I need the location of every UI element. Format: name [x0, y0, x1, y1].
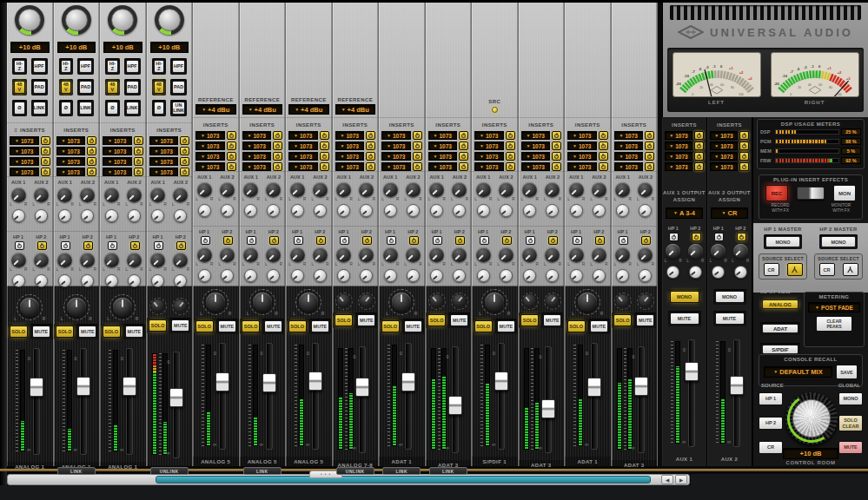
reference-select[interactable]: ▼+4 dBu: [242, 104, 283, 115]
insert-select[interactable]: ▼1073: [195, 141, 225, 150]
aux-send-knob[interactable]: [290, 182, 305, 197]
insert-power-button[interactable]: [134, 168, 143, 176]
hp-pan-knob[interactable]: [58, 274, 71, 287]
aux-send-knob[interactable]: [383, 182, 398, 197]
gain-knob[interactable]: [62, 5, 91, 35]
hp-pan-knob[interactable]: [337, 269, 350, 282]
fader-handle[interactable]: [685, 362, 699, 381]
hp2-power-button[interactable]: [595, 236, 605, 245]
aux-send-knob[interactable]: [406, 182, 421, 197]
insert-power-button[interactable]: [41, 168, 50, 176]
insert-select[interactable]: ▼1073: [103, 147, 132, 155]
hp1-power-button[interactable]: [294, 236, 303, 245]
insert-select[interactable]: ▼1073: [428, 131, 458, 140]
hp2-power-button[interactable]: [176, 241, 186, 250]
hp-pan-knob[interactable]: [35, 274, 48, 287]
hp2-power-button[interactable]: [548, 236, 558, 245]
insert-select[interactable]: ▼1073: [10, 136, 39, 145]
aux-send-knob[interactable]: [545, 182, 560, 197]
hp-send-knob[interactable]: [11, 253, 26, 267]
aux-mute-button[interactable]: MUTE: [670, 312, 699, 325]
fader-track[interactable]: [359, 346, 366, 453]
monitor-hp1-button[interactable]: HP 1: [759, 392, 783, 405]
hp-send-knob[interactable]: [569, 247, 584, 262]
fader-handle[interactable]: [401, 372, 415, 391]
insert-select[interactable]: ▼1073: [428, 141, 458, 150]
hp2-power-button[interactable]: [269, 236, 279, 245]
aux-send-knob[interactable]: [197, 182, 212, 197]
mute-button[interactable]: MUTE: [450, 314, 468, 326]
aux-pan-knob[interactable]: [639, 204, 652, 217]
hp-send-knob[interactable]: [666, 244, 680, 259]
hp-pan-knob[interactable]: [221, 269, 234, 282]
fader-track[interactable]: [33, 348, 40, 455]
solo-button[interactable]: SOLO: [381, 320, 400, 332]
hp-send-knob[interactable]: [383, 247, 398, 262]
solo-button[interactable]: SOLO: [242, 320, 260, 332]
hp2-mono-button[interactable]: MONO: [821, 236, 856, 247]
fader-handle[interactable]: [730, 376, 744, 395]
pan-knob-small[interactable]: [149, 298, 167, 315]
aux-send-knob[interactable]: [522, 182, 537, 197]
insert-select[interactable]: ▼1073: [103, 168, 132, 176]
solo-button[interactable]: SOLO: [335, 314, 353, 326]
hp-pan-knob[interactable]: [546, 269, 559, 282]
insert-power-button[interactable]: [739, 162, 749, 171]
insert-select[interactable]: ▼1073: [242, 162, 272, 171]
insert-select[interactable]: ▼1073: [10, 168, 39, 176]
scrollbar-thumb[interactable]: [156, 476, 651, 484]
preamp-link-button[interactable]: LINK: [79, 102, 92, 115]
hp-pan-knob[interactable]: [384, 269, 397, 282]
solo-button[interactable]: SOLO: [10, 326, 28, 338]
insert-power-button[interactable]: [41, 147, 50, 155]
link-toggle[interactable]: LINK: [57, 467, 96, 475]
hp2-power-button[interactable]: [409, 236, 419, 245]
insert-select[interactable]: ▼1073: [428, 162, 458, 171]
hp2-power-button[interactable]: [641, 236, 651, 245]
aux-send-knob[interactable]: [11, 188, 26, 202]
insert-power-button[interactable]: [180, 147, 189, 155]
mute-button[interactable]: MUTE: [32, 326, 50, 338]
fader-track[interactable]: [405, 343, 412, 450]
fader-handle[interactable]: [30, 378, 43, 397]
insert-power-button[interactable]: [87, 168, 96, 176]
solo-clear-button[interactable]: SOLO CLEAR: [838, 415, 863, 431]
insert-power-button[interactable]: [273, 141, 282, 150]
insert-power-button[interactable]: [227, 141, 236, 150]
insert-select[interactable]: ▼1073: [335, 152, 365, 161]
aux-send-knob[interactable]: [127, 188, 142, 202]
hp2-split-source-button[interactable]: [843, 263, 858, 276]
insert-select[interactable]: ▼1073: [103, 157, 132, 166]
pan-knob[interactable]: [253, 293, 272, 312]
insert-select[interactable]: ▼1073: [567, 131, 597, 140]
hp-send-knob[interactable]: [173, 253, 188, 267]
insert-select[interactable]: ▼1073: [665, 162, 692, 171]
aux-send-knob[interactable]: [359, 182, 374, 197]
pad-button[interactable]: PAD: [33, 81, 46, 94]
insert-select[interactable]: ▼1073: [242, 141, 272, 150]
fader-handle[interactable]: [448, 396, 462, 415]
aux-send-knob[interactable]: [104, 188, 119, 202]
hp1-power-button[interactable]: [340, 236, 349, 245]
insert-power-button[interactable]: [320, 141, 329, 150]
hp1-power-button[interactable]: [573, 236, 582, 245]
insert-select[interactable]: ▼1073: [381, 162, 411, 171]
phantom-48v-button[interactable]: 48 V: [154, 81, 165, 94]
insert-power-button[interactable]: [459, 141, 468, 150]
fader-handle[interactable]: [215, 372, 229, 391]
insert-power-button[interactable]: [459, 131, 468, 140]
hp-send-knob[interactable]: [499, 247, 514, 262]
mute-button[interactable]: MUTE: [590, 320, 608, 332]
hp-pan-knob[interactable]: [523, 269, 536, 282]
phase-button[interactable]: Ø: [61, 102, 72, 115]
insert-select[interactable]: ▼1073: [614, 162, 644, 171]
insert-select[interactable]: ▼1073: [710, 131, 738, 140]
pan-knob[interactable]: [546, 294, 559, 307]
fader-track[interactable]: [219, 343, 226, 450]
hp-pan-knob[interactable]: [174, 274, 187, 287]
mute-button[interactable]: MUTE: [125, 326, 143, 338]
fader-track[interactable]: [688, 339, 695, 447]
hp2-power-button[interactable]: [83, 241, 93, 250]
phase-button[interactable]: Ø: [14, 102, 25, 115]
fader-handle[interactable]: [169, 388, 183, 407]
